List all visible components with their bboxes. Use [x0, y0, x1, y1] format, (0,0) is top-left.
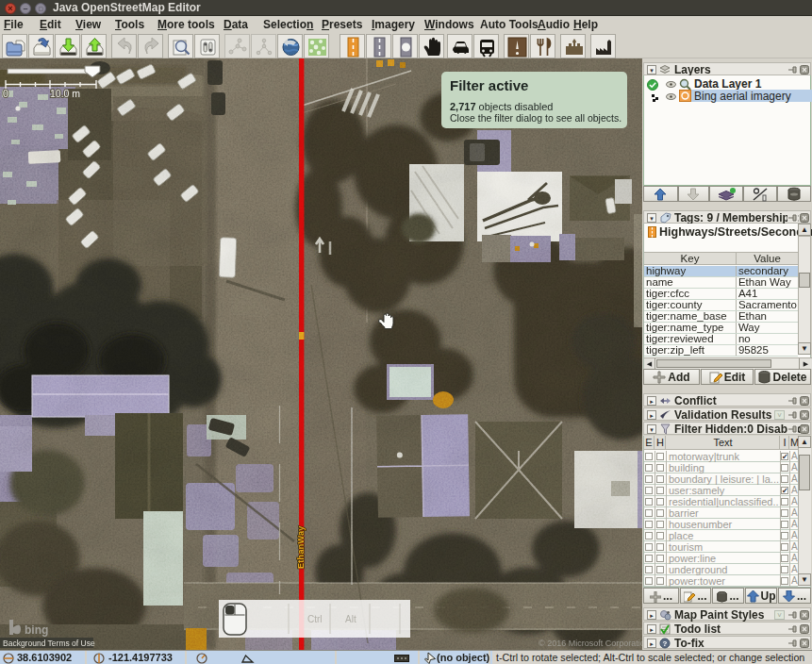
svg-text:Filter active: Filter active — [450, 77, 528, 93]
svg-text:Alt: Alt — [345, 614, 356, 624]
svg-text:2,717 objects disabled: 2,717 objects disabled — [450, 101, 553, 112]
svg-text:© 2016 Microsoft Corporation: © 2016 Microsoft Corporation — [539, 639, 642, 648]
svg-text:0: 0 — [3, 88, 8, 99]
svg-text:Background Terms of Use: Background Terms of Use — [3, 639, 95, 648]
svg-text:?: ? — [663, 639, 668, 648]
svg-text:Close the filter dialog to see: Close the filter dialog to see all objec… — [450, 112, 621, 124]
svg-text:Ctrl: Ctrl — [307, 614, 323, 624]
svg-text:10.0 m: 10.0 m — [50, 88, 80, 99]
svg-text:bing: bing — [25, 623, 48, 637]
